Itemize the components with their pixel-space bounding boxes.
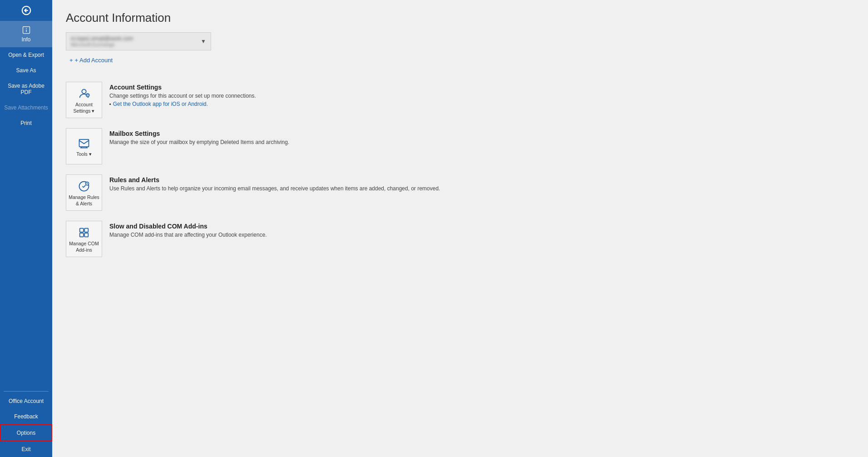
sidebar: Info Open & Export Save As Save as Adobe…: [0, 0, 52, 457]
account-dropdown[interactable]: m.lopez.email@work.com Microsoft Exchang…: [66, 32, 211, 50]
plus-icon: +: [69, 57, 73, 64]
com-addins-info: Slow and Disabled COM Add-ins Manage COM…: [109, 221, 267, 240]
mailbox-settings-desc: Manage the size of your mailbox by empty…: [109, 139, 289, 145]
rules-alerts-button[interactable]: Manage Rules& Alerts: [66, 174, 102, 211]
account-settings-title: Account Settings: [109, 84, 256, 91]
account-info: m.lopez.email@work.com Microsoft Exchang…: [71, 35, 133, 47]
rules-alerts-row: Manage Rules& Alerts Rules and Alerts Us…: [66, 170, 854, 215]
account-settings-btn-label: AccountSettings ▾: [74, 102, 95, 114]
outlook-app-link[interactable]: Get the Outlook app for iOS or Android.: [109, 101, 256, 107]
account-email: m.lopez.email@work.com: [71, 35, 133, 42]
main-content: Account Information m.lopez.email@work.c…: [52, 0, 868, 457]
sidebar-item-exit[interactable]: Exit: [0, 442, 52, 457]
rules-alerts-btn-label: Manage Rules& Alerts: [69, 194, 99, 207]
settings-container: AccountSettings ▾ Account Settings Chang…: [52, 73, 868, 266]
sidebar-item-save-as[interactable]: Save As: [0, 63, 52, 78]
com-addins-desc: Manage COM add-ins that are affecting yo…: [109, 232, 267, 238]
svg-point-5: [82, 89, 86, 94]
account-settings-desc: Change settings for this account or set …: [109, 93, 256, 99]
rules-alerts-title: Rules and Alerts: [109, 176, 440, 184]
svg-rect-16: [84, 233, 88, 237]
account-settings-button[interactable]: AccountSettings ▾: [66, 82, 102, 118]
svg-rect-15: [80, 233, 84, 237]
mailbox-settings-row: Tools ▾ Mailbox Settings Manage the size…: [66, 124, 854, 169]
account-type: Microsoft Exchange: [71, 42, 133, 47]
dropdown-arrow-icon: ▼: [201, 38, 206, 45]
sidebar-item-print[interactable]: Print: [0, 115, 52, 131]
sidebar-item-info[interactable]: Info: [0, 21, 52, 47]
rules-alerts-info: Rules and Alerts Use Rules and Alerts to…: [109, 174, 440, 194]
com-addins-button[interactable]: Manage COMAdd-ins: [66, 221, 102, 257]
svg-rect-14: [84, 228, 88, 232]
svg-point-6: [86, 94, 89, 97]
account-settings-row: AccountSettings ▾ Account Settings Chang…: [66, 77, 854, 123]
sidebar-item-office-account[interactable]: Office Account: [0, 393, 52, 409]
mailbox-settings-title: Mailbox Settings: [109, 130, 289, 137]
com-addins-title: Slow and Disabled COM Add-ins: [109, 223, 267, 230]
sidebar-item-open-export[interactable]: Open & Export: [0, 47, 52, 63]
mailbox-settings-button[interactable]: Tools ▾: [66, 128, 102, 164]
com-addins-row: Manage COMAdd-ins Slow and Disabled COM …: [66, 216, 854, 262]
svg-rect-7: [79, 139, 89, 147]
com-addins-btn-label: Manage COMAdd-ins: [69, 241, 99, 253]
add-account-button[interactable]: + + Add Account: [66, 55, 116, 65]
sidebar-item-options[interactable]: Options: [0, 424, 52, 442]
account-settings-info: Account Settings Change settings for thi…: [109, 82, 256, 107]
svg-rect-13: [80, 228, 84, 232]
sidebar-item-feedback[interactable]: Feedback: [0, 409, 52, 424]
back-button[interactable]: [0, 0, 52, 21]
mailbox-settings-info: Mailbox Settings Manage the size of your…: [109, 128, 289, 147]
account-selector-row: m.lopez.email@work.com Microsoft Exchang…: [52, 32, 868, 50]
sidebar-item-save-attachments: Save Attachments: [0, 100, 52, 115]
rules-alerts-desc: Use Rules and Alerts to help organize yo…: [109, 185, 440, 192]
sidebar-item-save-adobe[interactable]: Save as Adobe PDF: [0, 78, 52, 100]
mailbox-settings-btn-label: Tools ▾: [76, 151, 91, 158]
page-title: Account Information: [52, 0, 868, 32]
